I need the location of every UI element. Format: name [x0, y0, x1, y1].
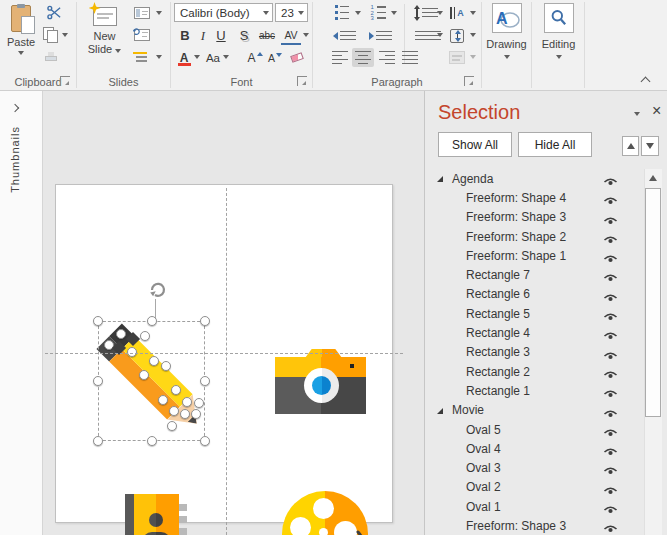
selection-handle[interactable]: [194, 398, 204, 408]
numbering-caret[interactable]: [391, 11, 397, 15]
pane-options-caret-icon[interactable]: [634, 112, 640, 116]
camera-lens-inner[interactable]: [312, 376, 331, 395]
selection-handle[interactable]: [147, 436, 157, 446]
selection-handle[interactable]: [200, 316, 210, 326]
pane-close-icon[interactable]: ×: [652, 103, 661, 119]
selection-item-row[interactable]: Freeform: Shape 1: [425, 246, 667, 265]
selection-item-row[interactable]: Rectangle 4: [425, 323, 667, 342]
selection-list-scrollbar[interactable]: [644, 169, 662, 535]
selection-handle[interactable]: [149, 356, 159, 366]
selection-handle[interactable]: [200, 376, 210, 386]
move-up-button[interactable]: [622, 136, 639, 156]
decrease-indent-button[interactable]: [331, 26, 351, 45]
bullets-button[interactable]: [331, 3, 353, 22]
horizontal-guide[interactable]: [45, 353, 403, 354]
expand-collapse-triangle-icon[interactable]: [437, 408, 443, 414]
selection-bounding-box[interactable]: [98, 321, 205, 441]
show-all-button[interactable]: Show All: [438, 132, 512, 157]
underline-button[interactable]: U: [213, 26, 229, 45]
numbering-button[interactable]: 1 2 3: [367, 3, 389, 22]
selection-handle[interactable]: [180, 409, 190, 419]
reset-button[interactable]: [130, 26, 154, 44]
selection-handle[interactable]: [93, 316, 103, 326]
selection-group-row[interactable]: Agenda: [425, 169, 667, 188]
selection-handle[interactable]: [139, 370, 149, 380]
selection-item-row[interactable]: Oval 5: [425, 420, 667, 439]
italic-button[interactable]: I: [196, 26, 210, 45]
selection-handle[interactable]: [93, 376, 103, 386]
selection-handle[interactable]: [158, 395, 168, 405]
align-text-caret[interactable]: [470, 33, 476, 37]
selection-handle[interactable]: [200, 436, 210, 446]
selection-item-row[interactable]: Rectangle 2: [425, 362, 667, 381]
selection-handle[interactable]: [116, 329, 126, 339]
thumbnails-pane-collapsed[interactable]: Thumbnails: [0, 91, 43, 535]
drawing-button[interactable]: A Drawing: [486, 3, 527, 69]
hide-all-button[interactable]: Hide All: [518, 132, 592, 157]
layout-dropdown-caret[interactable]: [156, 11, 162, 15]
copy-button[interactable]: [42, 26, 60, 43]
selection-item-row[interactable]: Oval 3: [425, 458, 667, 477]
bold-button[interactable]: B: [177, 26, 193, 45]
selection-item-row[interactable]: Freeform: Shape 3: [425, 516, 667, 535]
text-direction-caret[interactable]: [470, 11, 476, 15]
scrollbar-thumb[interactable]: [645, 188, 661, 417]
increase-indent-button[interactable]: [367, 26, 387, 45]
address-book-icon[interactable]: [125, 494, 134, 535]
selection-handle[interactable]: [191, 409, 201, 419]
line-spacing-caret[interactable]: [437, 11, 443, 15]
convert-to-smartart-button[interactable]: [446, 48, 468, 67]
selection-handle[interactable]: [127, 347, 137, 357]
align-center-button[interactable]: [352, 48, 374, 67]
selection-item-row[interactable]: Oval 2: [425, 478, 667, 497]
copy-dropdown-caret[interactable]: [62, 33, 68, 37]
text-shadow-button[interactable]: S: [236, 26, 252, 45]
character-spacing-button[interactable]: AV: [281, 26, 301, 45]
selection-handle[interactable]: [140, 331, 150, 341]
visibility-eye-icon[interactable]: [603, 520, 618, 535]
character-spacing-caret[interactable]: [303, 33, 309, 37]
selection-handle[interactable]: [182, 397, 192, 407]
bullets-caret[interactable]: [355, 11, 361, 15]
selection-item-row[interactable]: Oval 4: [425, 439, 667, 458]
selection-item-row[interactable]: Freeform: Shape 3: [425, 208, 667, 227]
font-name-select[interactable]: Calibri (Body): [174, 3, 273, 22]
selection-handle[interactable]: [147, 316, 157, 326]
collapse-ribbon-chevron-icon[interactable]: [641, 77, 651, 87]
columns-caret[interactable]: [437, 33, 443, 37]
shrink-font-button[interactable]: A: [267, 48, 283, 67]
selection-item-row[interactable]: Rectangle 6: [425, 285, 667, 304]
selection-item-row[interactable]: Freeform: Shape 2: [425, 227, 667, 246]
selection-item-row[interactable]: Rectangle 7: [425, 265, 667, 284]
align-text-button[interactable]: [446, 26, 468, 45]
editing-button[interactable]: Editing: [538, 3, 579, 69]
paragraph-dialog-launcher[interactable]: [464, 76, 474, 86]
new-slide-button[interactable]: New Slide: [80, 2, 129, 72]
text-direction-button[interactable]: A: [446, 3, 468, 22]
line-spacing-button[interactable]: [411, 3, 435, 22]
font-color-caret[interactable]: [194, 55, 200, 59]
selection-item-row[interactable]: Rectangle 5: [425, 304, 667, 323]
smartart-caret[interactable]: [470, 55, 476, 59]
cut-button[interactable]: [43, 3, 65, 21]
clipboard-dialog-launcher[interactable]: [60, 76, 70, 86]
section-dropdown-caret[interactable]: [156, 55, 162, 59]
change-case-caret[interactable]: [223, 55, 229, 59]
align-left-button[interactable]: [329, 48, 350, 67]
columns-button[interactable]: [411, 26, 435, 45]
align-right-button[interactable]: [376, 48, 397, 67]
grow-font-button[interactable]: A: [247, 48, 263, 67]
font-color-button[interactable]: A: [176, 48, 192, 67]
layout-button[interactable]: [130, 4, 154, 22]
paste-button[interactable]: Paste: [2, 2, 40, 72]
selection-item-row[interactable]: Rectangle 3: [425, 343, 667, 362]
selection-handle[interactable]: [171, 385, 181, 395]
font-size-select[interactable]: 23: [275, 3, 308, 22]
selection-handle[interactable]: [93, 436, 103, 446]
move-down-button[interactable]: [641, 136, 659, 156]
rotate-handle-icon[interactable]: [147, 280, 167, 300]
expand-thumbnails-chevron-icon[interactable]: [11, 104, 19, 112]
scrollbar-up-arrow-icon[interactable]: [649, 175, 657, 181]
selection-handle[interactable]: [169, 406, 179, 416]
clear-formatting-button[interactable]: [288, 48, 306, 67]
